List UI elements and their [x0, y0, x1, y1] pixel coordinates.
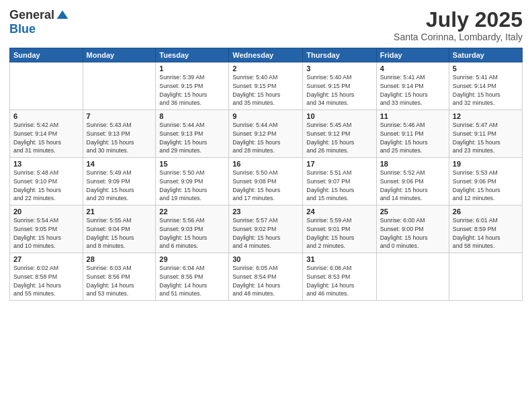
table-row: 13Sunrise: 5:48 AMSunset: 9:10 PMDayligh… — [10, 158, 83, 205]
table-row: 21Sunrise: 5:55 AMSunset: 9:04 PMDayligh… — [83, 205, 156, 253]
day-number: 9 — [232, 112, 299, 120]
day-info: Sunrise: 5:44 AMSunset: 9:13 PMDaylight:… — [159, 121, 225, 155]
col-friday: Friday — [376, 48, 449, 62]
day-number: 14 — [87, 160, 152, 168]
day-number: 15 — [159, 160, 225, 168]
table-row: 27Sunrise: 6:02 AMSunset: 8:58 PMDayligh… — [10, 253, 83, 301]
table-row: 4Sunrise: 5:41 AMSunset: 9:14 PMDaylight… — [376, 62, 449, 110]
table-row: 22Sunrise: 5:56 AMSunset: 9:03 PMDayligh… — [156, 205, 229, 253]
table-row: 25Sunrise: 6:00 AMSunset: 9:00 PMDayligh… — [376, 205, 449, 253]
table-row — [376, 253, 449, 301]
day-info: Sunrise: 5:48 AMSunset: 9:10 PMDaylight:… — [13, 169, 79, 203]
table-row: 10Sunrise: 5:45 AMSunset: 9:12 PMDayligh… — [303, 110, 376, 158]
day-info: Sunrise: 5:40 AMSunset: 9:15 PMDaylight:… — [306, 73, 372, 107]
day-info: Sunrise: 5:54 AMSunset: 9:05 PMDaylight:… — [13, 216, 79, 250]
table-row: 17Sunrise: 5:51 AMSunset: 9:07 PMDayligh… — [303, 158, 376, 205]
table-row: 3Sunrise: 5:40 AMSunset: 9:15 PMDaylight… — [303, 62, 376, 110]
table-row: 30Sunrise: 6:05 AMSunset: 8:54 PMDayligh… — [229, 253, 303, 301]
day-info: Sunrise: 5:41 AMSunset: 9:14 PMDaylight:… — [453, 73, 519, 107]
day-info: Sunrise: 5:50 AMSunset: 9:09 PMDaylight:… — [159, 169, 225, 203]
day-number: 16 — [232, 160, 299, 168]
table-row — [10, 62, 83, 110]
table-row: 16Sunrise: 5:50 AMSunset: 9:08 PMDayligh… — [229, 158, 303, 205]
col-sunday: Sunday — [10, 48, 83, 62]
day-number: 1 — [159, 64, 225, 73]
day-number: 18 — [380, 160, 445, 168]
day-info: Sunrise: 5:55 AMSunset: 9:04 PMDaylight:… — [87, 216, 152, 250]
table-row: 14Sunrise: 5:49 AMSunset: 9:09 PMDayligh… — [83, 158, 156, 205]
table-row: 19Sunrise: 5:53 AMSunset: 9:06 PMDayligh… — [449, 158, 522, 205]
table-row: 12Sunrise: 5:47 AMSunset: 9:11 PMDayligh… — [449, 110, 522, 158]
day-info: Sunrise: 5:56 AMSunset: 9:03 PMDaylight:… — [159, 216, 225, 250]
table-row: 18Sunrise: 5:52 AMSunset: 9:06 PMDayligh… — [376, 158, 449, 205]
calendar-table: Sunday Monday Tuesday Wednesday Thursday… — [9, 48, 523, 301]
calendar-week-row: 20Sunrise: 5:54 AMSunset: 9:05 PMDayligh… — [10, 205, 523, 253]
day-number: 22 — [159, 208, 225, 216]
calendar-week-row: 6Sunrise: 5:42 AMSunset: 9:14 PMDaylight… — [10, 110, 523, 158]
month-title: July 2025 — [394, 8, 523, 32]
table-row: 23Sunrise: 5:57 AMSunset: 9:02 PMDayligh… — [229, 205, 303, 253]
day-info: Sunrise: 6:05 AMSunset: 8:54 PMDaylight:… — [232, 264, 299, 298]
col-wednesday: Wednesday — [229, 48, 303, 62]
day-info: Sunrise: 5:39 AMSunset: 9:15 PMDaylight:… — [159, 73, 225, 107]
day-info: Sunrise: 5:53 AMSunset: 9:06 PMDaylight:… — [453, 169, 519, 203]
day-info: Sunrise: 6:03 AMSunset: 8:56 PMDaylight:… — [87, 264, 152, 298]
day-number: 6 — [13, 112, 79, 120]
table-row: 24Sunrise: 5:59 AMSunset: 9:01 PMDayligh… — [303, 205, 376, 253]
calendar-week-row: 27Sunrise: 6:02 AMSunset: 8:58 PMDayligh… — [10, 253, 523, 301]
day-info: Sunrise: 5:42 AMSunset: 9:14 PMDaylight:… — [13, 121, 79, 155]
day-info: Sunrise: 5:44 AMSunset: 9:12 PMDaylight:… — [232, 121, 299, 155]
day-number: 30 — [232, 255, 299, 263]
day-info: Sunrise: 5:45 AMSunset: 9:12 PMDaylight:… — [306, 121, 372, 155]
day-info: Sunrise: 6:02 AMSunset: 8:58 PMDaylight:… — [13, 264, 79, 298]
svg-marker-0 — [57, 10, 69, 19]
day-number: 4 — [380, 64, 445, 73]
day-number: 11 — [380, 112, 445, 120]
day-number: 24 — [306, 208, 372, 216]
table-row: 20Sunrise: 5:54 AMSunset: 9:05 PMDayligh… — [10, 205, 83, 253]
day-info: Sunrise: 5:40 AMSunset: 9:15 PMDaylight:… — [232, 73, 299, 107]
day-info: Sunrise: 6:06 AMSunset: 8:53 PMDaylight:… — [306, 264, 372, 298]
day-info: Sunrise: 5:57 AMSunset: 9:02 PMDaylight:… — [232, 216, 299, 250]
table-row: 6Sunrise: 5:42 AMSunset: 9:14 PMDaylight… — [10, 110, 83, 158]
day-number: 31 — [306, 255, 372, 263]
day-info: Sunrise: 5:51 AMSunset: 9:07 PMDaylight:… — [306, 169, 372, 203]
col-thursday: Thursday — [303, 48, 376, 62]
logo-icon — [56, 9, 69, 22]
day-number: 10 — [306, 112, 372, 120]
day-number: 25 — [380, 208, 445, 216]
day-number: 28 — [87, 255, 152, 263]
table-row: 28Sunrise: 6:03 AMSunset: 8:56 PMDayligh… — [83, 253, 156, 301]
calendar-week-row: 13Sunrise: 5:48 AMSunset: 9:10 PMDayligh… — [10, 158, 523, 205]
day-number: 21 — [87, 208, 152, 216]
col-monday: Monday — [83, 48, 156, 62]
day-number: 19 — [453, 160, 519, 168]
table-row: 1Sunrise: 5:39 AMSunset: 9:15 PMDaylight… — [156, 62, 229, 110]
col-saturday: Saturday — [449, 48, 522, 62]
header: General Blue July 2025 Santa Corinna, Lo… — [9, 8, 523, 42]
day-info: Sunrise: 5:46 AMSunset: 9:11 PMDaylight:… — [380, 121, 445, 155]
logo: General Blue — [9, 8, 69, 36]
table-row: 9Sunrise: 5:44 AMSunset: 9:12 PMDaylight… — [229, 110, 303, 158]
table-row: 2Sunrise: 5:40 AMSunset: 9:15 PMDaylight… — [229, 62, 303, 110]
day-info: Sunrise: 6:04 AMSunset: 8:55 PMDaylight:… — [159, 264, 225, 298]
day-number: 29 — [159, 255, 225, 263]
page: General Blue July 2025 Santa Corinna, Lo… — [0, 0, 532, 411]
table-row: 11Sunrise: 5:46 AMSunset: 9:11 PMDayligh… — [376, 110, 449, 158]
calendar-week-row: 1Sunrise: 5:39 AMSunset: 9:15 PMDaylight… — [10, 62, 523, 110]
table-row: 8Sunrise: 5:44 AMSunset: 9:13 PMDaylight… — [156, 110, 229, 158]
table-row: 5Sunrise: 5:41 AMSunset: 9:14 PMDaylight… — [449, 62, 522, 110]
day-info: Sunrise: 6:00 AMSunset: 9:00 PMDaylight:… — [380, 216, 445, 250]
day-number: 20 — [13, 208, 79, 216]
logo-general-text: General — [9, 8, 54, 22]
day-number: 26 — [453, 208, 519, 216]
day-number: 12 — [453, 112, 519, 120]
day-info: Sunrise: 5:41 AMSunset: 9:14 PMDaylight:… — [380, 73, 445, 107]
day-info: Sunrise: 5:49 AMSunset: 9:09 PMDaylight:… — [87, 169, 152, 203]
table-row: 29Sunrise: 6:04 AMSunset: 8:55 PMDayligh… — [156, 253, 229, 301]
day-info: Sunrise: 5:52 AMSunset: 9:06 PMDaylight:… — [380, 169, 445, 203]
day-info: Sunrise: 6:01 AMSunset: 8:59 PMDaylight:… — [453, 216, 519, 250]
location: Santa Corinna, Lombardy, Italy — [394, 32, 523, 42]
table-row — [449, 253, 522, 301]
title-block: July 2025 Santa Corinna, Lombardy, Italy — [394, 8, 523, 42]
